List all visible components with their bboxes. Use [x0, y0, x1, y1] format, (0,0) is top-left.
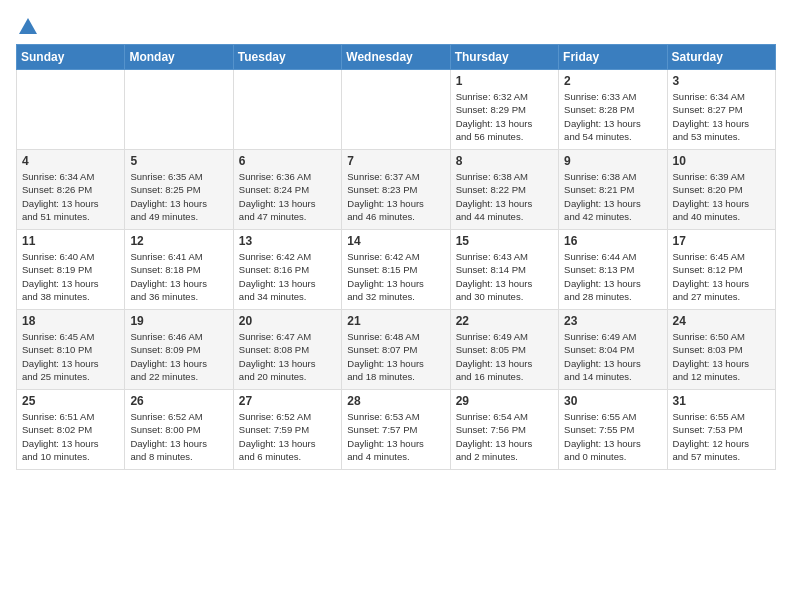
day-cell: 23Sunrise: 6:49 AM Sunset: 8:04 PM Dayli…	[559, 310, 667, 390]
day-content: Sunrise: 6:55 AM Sunset: 7:55 PM Dayligh…	[564, 410, 661, 463]
day-number: 18	[22, 314, 119, 328]
day-number: 10	[673, 154, 770, 168]
day-number: 31	[673, 394, 770, 408]
day-content: Sunrise: 6:52 AM Sunset: 7:59 PM Dayligh…	[239, 410, 336, 463]
day-content: Sunrise: 6:43 AM Sunset: 8:14 PM Dayligh…	[456, 250, 553, 303]
day-content: Sunrise: 6:44 AM Sunset: 8:13 PM Dayligh…	[564, 250, 661, 303]
day-cell: 19Sunrise: 6:46 AM Sunset: 8:09 PM Dayli…	[125, 310, 233, 390]
header-cell-tuesday: Tuesday	[233, 45, 341, 70]
day-number: 11	[22, 234, 119, 248]
day-content: Sunrise: 6:34 AM Sunset: 8:26 PM Dayligh…	[22, 170, 119, 223]
week-row-3: 11Sunrise: 6:40 AM Sunset: 8:19 PM Dayli…	[17, 230, 776, 310]
day-content: Sunrise: 6:41 AM Sunset: 8:18 PM Dayligh…	[130, 250, 227, 303]
day-content: Sunrise: 6:53 AM Sunset: 7:57 PM Dayligh…	[347, 410, 444, 463]
logo	[16, 16, 40, 34]
day-cell: 30Sunrise: 6:55 AM Sunset: 7:55 PM Dayli…	[559, 390, 667, 470]
day-cell: 1Sunrise: 6:32 AM Sunset: 8:29 PM Daylig…	[450, 70, 558, 150]
day-content: Sunrise: 6:33 AM Sunset: 8:28 PM Dayligh…	[564, 90, 661, 143]
calendar-table: SundayMondayTuesdayWednesdayThursdayFrid…	[16, 44, 776, 470]
day-number: 19	[130, 314, 227, 328]
day-content: Sunrise: 6:38 AM Sunset: 8:22 PM Dayligh…	[456, 170, 553, 223]
day-number: 26	[130, 394, 227, 408]
day-cell: 2Sunrise: 6:33 AM Sunset: 8:28 PM Daylig…	[559, 70, 667, 150]
day-content: Sunrise: 6:32 AM Sunset: 8:29 PM Dayligh…	[456, 90, 553, 143]
day-number: 6	[239, 154, 336, 168]
day-content: Sunrise: 6:34 AM Sunset: 8:27 PM Dayligh…	[673, 90, 770, 143]
day-content: Sunrise: 6:49 AM Sunset: 8:04 PM Dayligh…	[564, 330, 661, 383]
day-content: Sunrise: 6:54 AM Sunset: 7:56 PM Dayligh…	[456, 410, 553, 463]
day-content: Sunrise: 6:45 AM Sunset: 8:12 PM Dayligh…	[673, 250, 770, 303]
day-number: 3	[673, 74, 770, 88]
day-cell: 7Sunrise: 6:37 AM Sunset: 8:23 PM Daylig…	[342, 150, 450, 230]
day-cell: 3Sunrise: 6:34 AM Sunset: 8:27 PM Daylig…	[667, 70, 775, 150]
day-number: 17	[673, 234, 770, 248]
day-content: Sunrise: 6:40 AM Sunset: 8:19 PM Dayligh…	[22, 250, 119, 303]
day-number: 12	[130, 234, 227, 248]
day-content: Sunrise: 6:38 AM Sunset: 8:21 PM Dayligh…	[564, 170, 661, 223]
day-content: Sunrise: 6:36 AM Sunset: 8:24 PM Dayligh…	[239, 170, 336, 223]
day-number: 27	[239, 394, 336, 408]
day-cell: 15Sunrise: 6:43 AM Sunset: 8:14 PM Dayli…	[450, 230, 558, 310]
day-cell: 31Sunrise: 6:55 AM Sunset: 7:53 PM Dayli…	[667, 390, 775, 470]
day-cell: 28Sunrise: 6:53 AM Sunset: 7:57 PM Dayli…	[342, 390, 450, 470]
week-row-2: 4Sunrise: 6:34 AM Sunset: 8:26 PM Daylig…	[17, 150, 776, 230]
week-row-4: 18Sunrise: 6:45 AM Sunset: 8:10 PM Dayli…	[17, 310, 776, 390]
header-cell-saturday: Saturday	[667, 45, 775, 70]
day-cell: 16Sunrise: 6:44 AM Sunset: 8:13 PM Dayli…	[559, 230, 667, 310]
day-cell: 12Sunrise: 6:41 AM Sunset: 8:18 PM Dayli…	[125, 230, 233, 310]
day-cell: 14Sunrise: 6:42 AM Sunset: 8:15 PM Dayli…	[342, 230, 450, 310]
day-cell: 21Sunrise: 6:48 AM Sunset: 8:07 PM Dayli…	[342, 310, 450, 390]
day-cell	[233, 70, 341, 150]
logo-icon	[17, 16, 39, 38]
day-number: 20	[239, 314, 336, 328]
day-cell: 27Sunrise: 6:52 AM Sunset: 7:59 PM Dayli…	[233, 390, 341, 470]
header-cell-wednesday: Wednesday	[342, 45, 450, 70]
day-cell: 4Sunrise: 6:34 AM Sunset: 8:26 PM Daylig…	[17, 150, 125, 230]
day-number: 9	[564, 154, 661, 168]
day-cell: 6Sunrise: 6:36 AM Sunset: 8:24 PM Daylig…	[233, 150, 341, 230]
day-cell: 22Sunrise: 6:49 AM Sunset: 8:05 PM Dayli…	[450, 310, 558, 390]
day-number: 13	[239, 234, 336, 248]
day-cell: 20Sunrise: 6:47 AM Sunset: 8:08 PM Dayli…	[233, 310, 341, 390]
day-cell: 10Sunrise: 6:39 AM Sunset: 8:20 PM Dayli…	[667, 150, 775, 230]
day-number: 5	[130, 154, 227, 168]
svg-marker-0	[19, 18, 37, 34]
day-cell: 25Sunrise: 6:51 AM Sunset: 8:02 PM Dayli…	[17, 390, 125, 470]
day-number: 4	[22, 154, 119, 168]
day-number: 28	[347, 394, 444, 408]
day-content: Sunrise: 6:42 AM Sunset: 8:15 PM Dayligh…	[347, 250, 444, 303]
header-cell-monday: Monday	[125, 45, 233, 70]
day-number: 8	[456, 154, 553, 168]
day-number: 29	[456, 394, 553, 408]
day-content: Sunrise: 6:47 AM Sunset: 8:08 PM Dayligh…	[239, 330, 336, 383]
day-content: Sunrise: 6:51 AM Sunset: 8:02 PM Dayligh…	[22, 410, 119, 463]
week-row-5: 25Sunrise: 6:51 AM Sunset: 8:02 PM Dayli…	[17, 390, 776, 470]
header-cell-sunday: Sunday	[17, 45, 125, 70]
day-number: 2	[564, 74, 661, 88]
day-cell: 5Sunrise: 6:35 AM Sunset: 8:25 PM Daylig…	[125, 150, 233, 230]
day-cell: 26Sunrise: 6:52 AM Sunset: 8:00 PM Dayli…	[125, 390, 233, 470]
day-cell: 9Sunrise: 6:38 AM Sunset: 8:21 PM Daylig…	[559, 150, 667, 230]
header-cell-friday: Friday	[559, 45, 667, 70]
day-cell: 17Sunrise: 6:45 AM Sunset: 8:12 PM Dayli…	[667, 230, 775, 310]
header-row: SundayMondayTuesdayWednesdayThursdayFrid…	[17, 45, 776, 70]
day-cell: 11Sunrise: 6:40 AM Sunset: 8:19 PM Dayli…	[17, 230, 125, 310]
day-number: 23	[564, 314, 661, 328]
day-content: Sunrise: 6:35 AM Sunset: 8:25 PM Dayligh…	[130, 170, 227, 223]
day-content: Sunrise: 6:37 AM Sunset: 8:23 PM Dayligh…	[347, 170, 444, 223]
day-cell	[17, 70, 125, 150]
day-cell: 18Sunrise: 6:45 AM Sunset: 8:10 PM Dayli…	[17, 310, 125, 390]
day-content: Sunrise: 6:55 AM Sunset: 7:53 PM Dayligh…	[673, 410, 770, 463]
day-content: Sunrise: 6:42 AM Sunset: 8:16 PM Dayligh…	[239, 250, 336, 303]
day-content: Sunrise: 6:45 AM Sunset: 8:10 PM Dayligh…	[22, 330, 119, 383]
calendar-body: 1Sunrise: 6:32 AM Sunset: 8:29 PM Daylig…	[17, 70, 776, 470]
day-content: Sunrise: 6:50 AM Sunset: 8:03 PM Dayligh…	[673, 330, 770, 383]
day-content: Sunrise: 6:48 AM Sunset: 8:07 PM Dayligh…	[347, 330, 444, 383]
day-cell	[342, 70, 450, 150]
day-content: Sunrise: 6:49 AM Sunset: 8:05 PM Dayligh…	[456, 330, 553, 383]
day-number: 22	[456, 314, 553, 328]
day-cell: 24Sunrise: 6:50 AM Sunset: 8:03 PM Dayli…	[667, 310, 775, 390]
day-content: Sunrise: 6:39 AM Sunset: 8:20 PM Dayligh…	[673, 170, 770, 223]
day-content: Sunrise: 6:46 AM Sunset: 8:09 PM Dayligh…	[130, 330, 227, 383]
day-number: 24	[673, 314, 770, 328]
